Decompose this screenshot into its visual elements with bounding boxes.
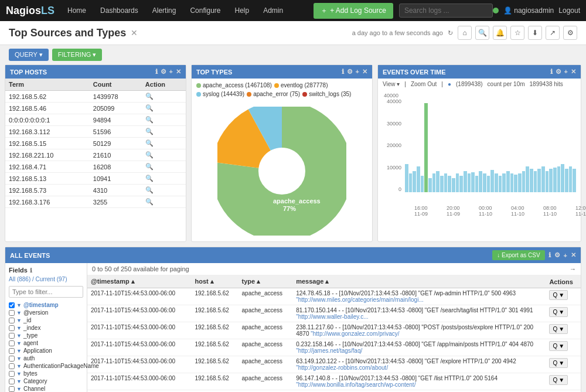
event-actions[interactable]: Q ▼ [546,288,581,305]
event-actions[interactable]: Q ▼ [546,305,581,322]
nav-dashboards[interactable]: Dashboards [93,0,145,21]
search-icon[interactable]: 🔍 [145,128,154,135]
action-button[interactable]: Q ▼ [549,358,568,368]
list-item[interactable]: ▼ Channel [9,385,83,392]
col-message[interactable]: message ▴ [292,275,546,288]
filtering-btn[interactable]: FILTERING ▾ [52,49,103,61]
close-icon[interactable]: ✕ [362,68,367,76]
nav-logout[interactable]: Logout [558,6,580,15]
gear-icon[interactable]: ⚙ [347,68,353,76]
host-action[interactable]: 🔍 [142,185,186,196]
info-icon[interactable]: ℹ [342,68,344,76]
field-checkbox[interactable] [9,333,15,339]
field-checkbox[interactable] [9,310,15,316]
close-button[interactable]: ✕ [131,28,138,38]
event-actions[interactable]: Q ▼ [546,356,581,373]
event-link[interactable]: "http://gonzalez-robbins.com/about/ [296,364,388,371]
host-action[interactable]: 🔍 [142,196,186,208]
event-link[interactable]: "http://www.bonilla.info/tag/search/wp-c… [296,381,415,388]
col-type[interactable]: type ▴ [239,275,293,288]
gear-icon[interactable]: ⚙ [554,251,560,259]
nav-admin[interactable]: Admin [256,0,290,21]
field-checkbox[interactable] [9,386,15,392]
list-item[interactable]: ▼ Application [9,347,83,354]
action-button[interactable]: Q ▼ [549,341,568,351]
col-timestamp[interactable]: @timestamp ▴ [87,275,191,288]
search-icon[interactable]: 🔍 [145,175,154,182]
gear-icon[interactable]: ⚙ [161,68,166,76]
query-btn[interactable]: QUERY ▾ [9,49,49,61]
home-icon-btn[interactable]: ⌂ [458,26,472,40]
list-item[interactable]: ▼ _id [9,316,83,324]
list-item[interactable]: ▼ Category [9,377,83,385]
search-icon[interactable]: 🔍 [145,93,154,100]
list-item[interactable]: ▼ AuthenticationPackageName [9,362,83,370]
list-item[interactable]: ▼ _index [9,324,83,332]
export-csv-button[interactable]: ↓ Export as CSV [492,250,544,260]
nav-user[interactable]: 👤 nagiosadmin [503,6,554,15]
list-item[interactable]: ▼ @timestamp [9,301,83,309]
host-action[interactable]: 🔍 [142,161,186,173]
event-link[interactable]: "http://james.net/tags/faq/ [296,347,362,354]
fields-filter-input[interactable] [9,286,83,298]
event-actions[interactable]: Q ▼ [546,339,581,356]
download-icon-btn[interactable]: ⬇ [528,26,542,40]
event-actions[interactable]: Q ▼ [546,373,581,390]
list-item[interactable]: ▼ @version [9,309,83,316]
add-icon[interactable]: + [564,68,568,76]
search-icon[interactable]: 🔍 [145,163,154,170]
gear-icon[interactable]: ⚙ [556,68,561,76]
nav-home[interactable]: Home [60,0,93,21]
share-icon-btn[interactable]: ↗ [546,26,560,40]
view-label[interactable]: View ▾ [383,81,400,87]
action-button[interactable]: Q ▼ [549,324,568,334]
info-icon[interactable]: ℹ [548,251,551,259]
search-icon[interactable]: 🔍 [145,139,154,146]
nav-alerting[interactable]: Alerting [145,0,183,21]
refresh-icon[interactable]: ↻ [448,29,453,37]
field-checkbox[interactable] [9,363,15,369]
list-item[interactable]: ▼ _type [9,332,83,339]
event-actions[interactable]: Q ▼ [546,322,581,339]
event-actions[interactable]: Q ▼ [546,390,581,393]
search-icon-btn[interactable]: 🔍 [475,26,489,40]
nav-configure[interactable]: Configure [183,0,227,21]
host-action[interactable]: 🔍 [142,149,186,161]
close-icon[interactable]: ✕ [571,68,576,76]
bell-icon-btn[interactable]: 🔔 [493,26,507,40]
field-checkbox[interactable] [9,348,15,354]
action-button[interactable]: Q ▼ [549,307,568,317]
list-item[interactable]: ▼ auth [9,354,83,362]
host-action[interactable]: 🔍 [142,126,186,138]
list-item[interactable]: ▼ agent [9,339,83,347]
field-checkbox[interactable] [9,302,15,308]
search-icon[interactable]: 🔍 [145,186,154,193]
event-link[interactable]: "http://www.waller-bailey.c... [296,313,368,320]
event-link[interactable]: "http://www.miles.org/categories/main/ma… [296,296,424,303]
nav-help[interactable]: Help [227,0,256,21]
field-checkbox[interactable] [9,325,15,331]
search-input[interactable] [399,4,493,18]
close-icon[interactable]: ✕ [571,251,576,259]
event-link[interactable]: "http://www.gonzalez.com/privacy/ [311,330,399,337]
col-host[interactable]: host ▴ [191,275,238,288]
action-button[interactable]: Q ▼ [549,290,568,300]
info-icon[interactable]: ℹ [550,68,553,76]
host-action[interactable]: 🔍 [142,114,186,126]
close-icon[interactable]: ✕ [176,68,181,76]
host-action[interactable]: 🔍 [142,173,186,185]
host-action[interactable]: 🔍 [142,91,186,103]
field-checkbox[interactable] [9,379,15,384]
zoom-out[interactable]: Zoom Out [411,81,437,87]
host-action[interactable]: 🔍 [142,103,186,114]
field-checkbox[interactable] [9,340,15,346]
settings-icon-btn[interactable]: ⚙ [563,26,577,40]
field-checkbox[interactable] [9,318,15,323]
list-item[interactable]: ▼ bytes [9,370,83,377]
info-icon[interactable]: ℹ [155,68,158,76]
action-button[interactable]: Q ▼ [549,375,568,385]
search-icon[interactable]: 🔍 [145,116,154,123]
field-checkbox[interactable] [9,356,15,362]
search-icon[interactable]: 🔍 [145,198,154,205]
star-icon-btn[interactable]: ☆ [510,26,524,40]
